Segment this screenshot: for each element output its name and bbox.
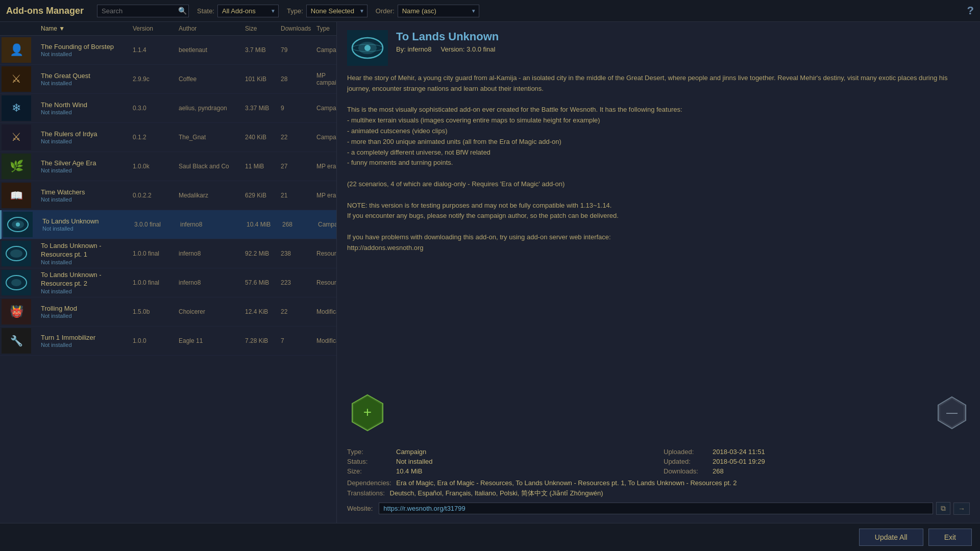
meta-downloads-value: 268 (713, 467, 724, 475)
addon-status: Not installed (41, 196, 127, 203)
order-dropdown[interactable]: Name (asc) Name (desc) Size (asc) Size (… (398, 5, 479, 17)
addon-type: Campaign (315, 219, 336, 230)
addon-size: 101 KiB (242, 73, 278, 85)
meta-uploaded-row: Uploaded: 2018-03-24 11:51 (664, 448, 970, 456)
detail-byline: By: inferno8 Version: 3.0.0 final (396, 45, 970, 53)
detail-title: To Lands Unknown (396, 30, 970, 43)
detail-title-block: To Lands Unknown By: inferno8 Version: 3… (396, 30, 970, 53)
addon-size: 3.37 MiB (242, 103, 278, 114)
meta-updated-row: Updated: 2018-05-01 19:29 (664, 458, 970, 465)
addon-version: 3.0.0 final (131, 219, 177, 230)
website-copy-button[interactable]: ⧉ (936, 502, 950, 515)
addon-name: The Rulers of Irdya (41, 130, 127, 139)
type-dropdown[interactable]: None Selected Campaign MP campaign MP er… (306, 5, 368, 17)
svg-point-37 (11, 279, 21, 286)
addon-thumbnail (2, 270, 31, 295)
table-row[interactable]: 👹 Trolling Mod Not installed 1.5.0b Choi… (0, 297, 336, 327)
addon-thumbnail: ⚔ (2, 66, 31, 92)
website-input[interactable] (379, 503, 933, 514)
detail-panel: To Lands Unknown By: inferno8 Version: 3… (337, 22, 980, 523)
column-headers: Name ▼ Version Author Size Downloads Typ… (0, 22, 336, 36)
detail-action-icons: + — (347, 392, 970, 435)
addon-version: 0.3.0 (130, 103, 176, 114)
addon-type: Campaign (313, 132, 336, 143)
table-row[interactable]: ⚔ The Great Quest Not installed 2.9.9c C… (0, 65, 336, 94)
addon-author: The_Gnat (176, 132, 242, 143)
addon-status: Not installed (41, 167, 127, 173)
addon-downloads: 9 (278, 103, 313, 114)
addon-author: inferno8 (177, 219, 243, 230)
table-row[interactable]: 🔧 Turn 1 Immobilizer Not installed 1.0.0… (0, 327, 336, 356)
table-row[interactable]: To Lands Unknown - Resources pt. 1 Not i… (0, 239, 336, 268)
addon-name: To Lands Unknown (42, 217, 128, 226)
addon-name-col: The North Wind Not installed (38, 99, 130, 118)
addon-name: The Great Quest (41, 72, 127, 81)
detail-deps: Dependencies: Era of Magic, Era of Magic… (347, 479, 970, 487)
meta-type-row: Type: Campaign (347, 448, 653, 456)
type-label: Type: (287, 7, 303, 15)
type-group: Type: None Selected Campaign MP campaign… (287, 5, 368, 17)
addon-status: Not installed (41, 313, 127, 319)
table-row[interactable]: To Lands Unknown - Resources pt. 2 Not i… (0, 268, 336, 297)
app-title: Add-ons Manager (6, 6, 84, 16)
addon-size: 7.28 KiB (242, 335, 278, 346)
col-version[interactable]: Version (130, 24, 176, 33)
deps-value: Era of Magic, Era of Magic - Resources, … (396, 479, 737, 487)
addon-status: Not installed (41, 138, 127, 144)
addon-type: Campaign (313, 44, 336, 56)
addon-type: Resources (313, 248, 336, 259)
col-name[interactable]: Name ▼ (38, 24, 130, 33)
detail-remove-icon[interactable]: — (934, 395, 970, 432)
addon-author: Choicerer (176, 306, 242, 317)
table-row[interactable]: ❄ The North Wind Not installed 0.3.0 ael… (0, 94, 336, 123)
addon-downloads: 268 (279, 219, 315, 230)
addon-name-col: To Lands Unknown Not installed (39, 215, 131, 234)
addon-downloads: 7 (278, 335, 313, 346)
trans-label: Translations: (347, 489, 385, 497)
col-author[interactable]: Author (176, 24, 242, 33)
update-all-button[interactable]: Update All (859, 529, 923, 546)
col-size[interactable]: Size (242, 24, 278, 33)
svg-text:🌿: 🌿 (10, 159, 24, 173)
meta-size-row: Size: 10.4 MiB (347, 467, 653, 475)
addon-status: Not installed (41, 80, 127, 86)
addon-status: Not installed (41, 288, 127, 294)
svg-text:⚔: ⚔ (11, 131, 21, 143)
addon-name-col: The Rulers of Irdya Not installed (38, 128, 130, 147)
addon-version: 1.0.0 final (130, 277, 176, 288)
col-downloads[interactable]: Downloads (278, 24, 313, 33)
detail-install-icon[interactable]: + (347, 392, 388, 435)
addon-version: 1.0.0 final (130, 248, 176, 259)
col-type[interactable]: Type (313, 24, 337, 33)
svg-point-51 (364, 45, 371, 51)
addon-name-col: To Lands Unknown - Resources pt. 1 Not i… (38, 240, 130, 267)
detail-by-label: By: (396, 45, 406, 53)
addon-downloads: 28 (278, 73, 313, 85)
exit-button[interactable]: Exit (928, 529, 972, 546)
addon-version: 1.1.4 (130, 44, 176, 56)
help-button[interactable]: ? (967, 4, 974, 17)
addon-thumbnail (3, 212, 33, 237)
table-row[interactable]: ⚔ The Rulers of Irdya Not installed 0.1.… (0, 123, 336, 152)
addon-name-col: The Founding of Borstep Not installed (38, 41, 130, 60)
addon-type: Resources (313, 277, 336, 288)
svg-text:👹: 👹 (10, 305, 24, 318)
table-row[interactable]: 🌿 The Silver Age Era Not installed 1.0.0… (0, 152, 336, 181)
addon-version: 1.0.0 (130, 335, 176, 346)
search-input[interactable] (97, 5, 189, 17)
addon-size: 11 MiB (242, 161, 278, 172)
addon-author: inferno8 (176, 277, 242, 288)
table-row[interactable]: To Lands Unknown Not installed 3.0.0 fin… (0, 210, 336, 239)
search-icon-button[interactable]: 🔍 (178, 7, 187, 15)
table-row[interactable]: 📖 Time Watchers Not installed 0.0.2.2 Me… (0, 181, 336, 210)
addon-size: 92.2 MiB (242, 248, 278, 259)
addon-name: The North Wind (41, 101, 127, 110)
addon-thumbnail: 👹 (2, 299, 31, 324)
addon-type: Modification (313, 306, 336, 317)
detail-header: To Lands Unknown By: inferno8 Version: 3… (347, 30, 970, 66)
website-open-button[interactable]: → (953, 503, 970, 515)
state-dropdown[interactable]: All Add-ons Installed Not Installed Upgr… (217, 5, 279, 17)
table-row[interactable]: 👤 The Founding of Borstep Not installed … (0, 36, 336, 65)
addon-status: Not installed (41, 259, 127, 265)
addon-size: 3.7 MiB (242, 44, 278, 56)
